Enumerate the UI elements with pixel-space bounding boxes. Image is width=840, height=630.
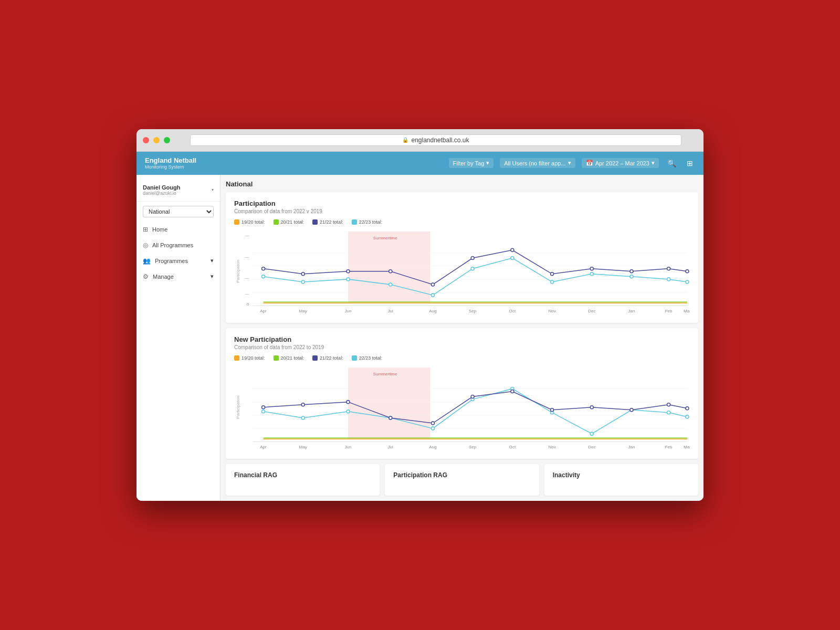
svg-point-60 [431,427,434,430]
legend-color-1920 [234,219,239,225]
new-legend-color-2223 [352,355,357,361]
svg-text:Jan: Jan [628,445,635,449]
svg-point-75 [551,408,554,412]
all-users-filter[interactable]: All Users (no filter app... ▾ [500,158,575,168]
svg-point-23 [261,267,265,270]
chevron-down-icon: ▾ [568,160,571,166]
svg-text:Summertime: Summertime [373,372,397,376]
home-icon: ⊞ [143,226,148,233]
sidebar-item-manage[interactable]: ⚙ Manage ▾ [136,269,220,285]
url-text: englandnetball.co.uk [411,136,469,144]
participation-rag-title: Participation RAG [393,471,530,479]
svg-point-22 [686,280,689,283]
top-navigation: England Netball Monitoring System Filter… [136,152,704,175]
svg-point-68 [261,406,265,409]
financial-rag-card: Financial RAG [226,464,380,496]
participation-card-subtitle: Comparison of data from 2022 v 2019 [234,208,690,214]
lock-icon: 🔒 [402,137,408,143]
new-participation-chart-container: Participation Summertime [234,365,690,452]
brand-subtitle: Monitoring System [145,164,196,170]
svg-point-14 [389,282,392,286]
svg-text:Dec: Dec [588,309,595,313]
svg-point-78 [667,403,670,406]
minimize-button[interactable] [153,137,160,143]
sidebar-item-all-programmes[interactable]: ◎ All Programmes [136,237,220,253]
svg-point-21 [667,277,670,280]
svg-point-70 [346,401,350,404]
participation-chart-container: — — — — 0 Participation Summertime [234,229,690,316]
legend-color-2021 [274,219,279,225]
legend-item-2122: 21/22 total: [312,219,343,225]
svg-text:Aug: Aug [429,445,436,449]
svg-text:Oct: Oct [509,309,516,313]
date-range-picker[interactable]: 📅 Apr 2022 – Mar 2023 ▾ [582,158,659,168]
chevron-down-icon: ▾ [652,160,655,166]
svg-point-58 [346,410,350,413]
sidebar-item-label: Home [152,226,167,233]
legend-item-2021: 20/21 total: [274,219,304,225]
svg-point-20 [630,275,633,278]
manage-icon: ⚙ [143,273,149,280]
summertime-label: Summertime [373,236,397,240]
svg-text:Nov: Nov [548,445,555,449]
legend-item-1920: 19/20 total: [234,219,265,225]
chevron-right-icon: ▾ [211,257,214,264]
legend-color-2223 [352,219,357,225]
region-select[interactable]: National [143,206,214,217]
svg-text:Mar: Mar [684,309,690,313]
sidebar-item-home[interactable]: ⊞ Home [136,222,220,237]
svg-text:Nov: Nov [548,309,555,313]
legend-label-1920: 19/20 total: [242,219,265,225]
calendar-icon: 📅 [586,160,593,166]
region-dropdown[interactable]: National [143,206,214,217]
user-name: Daniel Gough [143,184,181,191]
svg-point-72 [431,422,434,425]
svg-point-19 [590,272,593,275]
svg-point-66 [667,411,670,414]
app-container: England Netball Monitoring System Filter… [136,152,704,501]
browser-titlebar: 🔒 englandnetball.co.uk [136,129,704,152]
svg-text:May: May [299,445,308,449]
svg-text:—: — [245,291,249,296]
browser-window: 🔒 englandnetball.co.uk England Netball M… [136,129,704,501]
new-legend-label-2021: 20/21 total: [281,355,304,361]
svg-text:Jun: Jun [345,445,352,449]
new-participation-card: New Participation Comparison of data fro… [226,328,698,459]
svg-point-18 [551,280,554,283]
new-legend-color-2122 [312,355,318,361]
legend-label-2122: 21/22 total: [320,219,343,225]
svg-point-27 [431,282,434,286]
user-section: Daniel Gough daniel@azuki.io ▾ [136,179,220,202]
svg-point-13 [346,277,350,280]
svg-text:Jan: Jan [628,309,635,313]
address-bar[interactable]: 🔒 englandnetball.co.uk [190,134,681,146]
new-legend-color-2021 [274,355,279,361]
svg-point-24 [301,272,304,275]
svg-text:—: — [245,254,249,259]
svg-text:May: May [299,309,308,313]
svg-point-56 [261,410,265,413]
participation-rag-card: Participation RAG [385,464,539,496]
maximize-button[interactable] [164,137,170,143]
svg-point-31 [590,267,593,270]
svg-text:Participation: Participation [236,259,240,282]
svg-text:Sep: Sep [469,445,477,449]
svg-point-30 [551,272,554,275]
sidebar-item-label: Programmes [155,258,188,264]
filter-by-tag-button[interactable]: Filter by Tag ▾ [449,158,494,168]
svg-point-67 [686,415,689,418]
svg-point-28 [471,256,474,259]
close-button[interactable] [143,137,149,143]
search-icon[interactable]: 🔍 [665,157,678,170]
svg-point-29 [511,248,514,251]
menu-icon[interactable]: ⊞ [685,157,695,170]
svg-point-71 [389,416,392,419]
participation-card: Participation Comparison of data from 20… [226,192,698,323]
sidebar-item-programmes[interactable]: 👥 Programmes ▾ [136,253,220,269]
sidebar-item-label: Manage [153,274,174,280]
bottom-cards: Financial RAG Participation RAG Inactivi… [226,464,698,496]
sidebar: Daniel Gough daniel@azuki.io ▾ National … [136,175,220,501]
user-email: daniel@azuki.io [143,191,181,196]
svg-point-73 [471,395,474,398]
legend-label-2223: 22/23 total: [359,219,383,225]
